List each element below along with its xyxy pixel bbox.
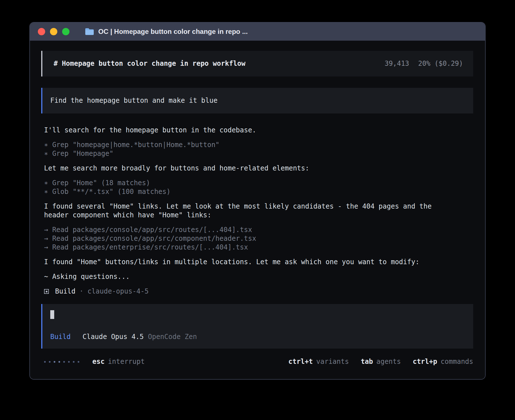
variants-label: variants bbox=[316, 357, 349, 366]
agent-name: Build bbox=[55, 287, 75, 296]
tool-call-grep-glob: ∗ Grep "Home" (18 matches) ∗ Glob "**/*.… bbox=[44, 179, 473, 196]
window-titlebar: OC | Homepage button color change in rep… bbox=[30, 23, 485, 41]
terminal-window: OC | Homepage button color change in rep… bbox=[29, 22, 486, 380]
window-title: OC | Homepage button color change in rep… bbox=[98, 28, 248, 36]
esc-label: interrupt bbox=[108, 357, 145, 366]
shortcut-interrupt: esc interrupt bbox=[92, 357, 145, 366]
close-window-button[interactable] bbox=[38, 28, 45, 35]
agent-icon bbox=[44, 289, 49, 294]
agent-separator: · bbox=[79, 287, 83, 296]
ctrl-t-key: ctrl+t bbox=[288, 357, 313, 366]
window-controls bbox=[38, 28, 69, 35]
agent-status-row: Build · claude-opus-4-5 bbox=[41, 287, 473, 296]
token-count: 39,413 bbox=[385, 59, 409, 68]
context-cost: 20% ($0.29) bbox=[418, 59, 463, 68]
working-spinner bbox=[41, 361, 79, 363]
agent-model: claude-opus-4-5 bbox=[88, 287, 149, 296]
input-mode-row: Build Claude Opus 4.5 OpenCode Zen bbox=[50, 333, 465, 341]
tool-call-read: → Read packages/console/app/src/routes/[… bbox=[44, 226, 473, 252]
user-message-text: Find the homepage button and make it blu… bbox=[50, 97, 217, 104]
session-usage: 39,413 20% ($0.29) bbox=[385, 59, 463, 68]
status-bar-right: ctrl+t variants tab agents ctrl+p comman… bbox=[288, 357, 473, 366]
assistant-text: I found several "Home" links. Let me loo… bbox=[44, 202, 473, 220]
ctrl-p-key: ctrl+p bbox=[413, 357, 437, 366]
tool-call-grep: ∗ Grep "homepage|home.*button|Home.*butt… bbox=[44, 141, 473, 158]
session-header: # Homepage button color change in repo w… bbox=[41, 51, 473, 76]
zoom-window-button[interactable] bbox=[62, 28, 69, 35]
minimize-window-button[interactable] bbox=[50, 28, 57, 35]
mode-badge[interactable]: Build bbox=[50, 333, 71, 341]
folder-icon bbox=[85, 28, 94, 36]
status-bar-left: esc interrupt bbox=[41, 357, 145, 366]
session-view: # Homepage button color change in repo w… bbox=[30, 41, 485, 379]
assistant-status-text: ~ Asking questions... bbox=[44, 272, 473, 281]
shortcut-agents: tab agents bbox=[361, 357, 401, 366]
provider-name: OpenCode Zen bbox=[148, 333, 197, 341]
tab-key: tab bbox=[361, 357, 373, 366]
shortcut-commands: ctrl+p commands bbox=[413, 357, 473, 366]
commands-label: commands bbox=[440, 357, 473, 366]
session-title: # Homepage button color change in repo w… bbox=[54, 59, 245, 68]
esc-key: esc bbox=[92, 357, 104, 366]
user-message: Find the homepage button and make it blu… bbox=[41, 88, 473, 113]
assistant-transcript: I'll search for the homepage button in t… bbox=[41, 126, 473, 287]
model-name[interactable]: Claude Opus 4.5 bbox=[82, 333, 144, 341]
assistant-text: I found "Home" buttons/links in multiple… bbox=[44, 258, 473, 266]
prompt-input[interactable]: Build Claude Opus 4.5 OpenCode Zen bbox=[41, 304, 473, 349]
assistant-text: I'll search for the homepage button in t… bbox=[44, 126, 473, 135]
text-cursor bbox=[50, 310, 54, 319]
status-bar: esc interrupt ctrl+t variants tab agents… bbox=[41, 357, 473, 366]
assistant-text: Let me search more broadly for buttons a… bbox=[44, 164, 473, 173]
agents-label: agents bbox=[376, 357, 401, 366]
shortcut-variants: ctrl+t variants bbox=[288, 357, 349, 366]
